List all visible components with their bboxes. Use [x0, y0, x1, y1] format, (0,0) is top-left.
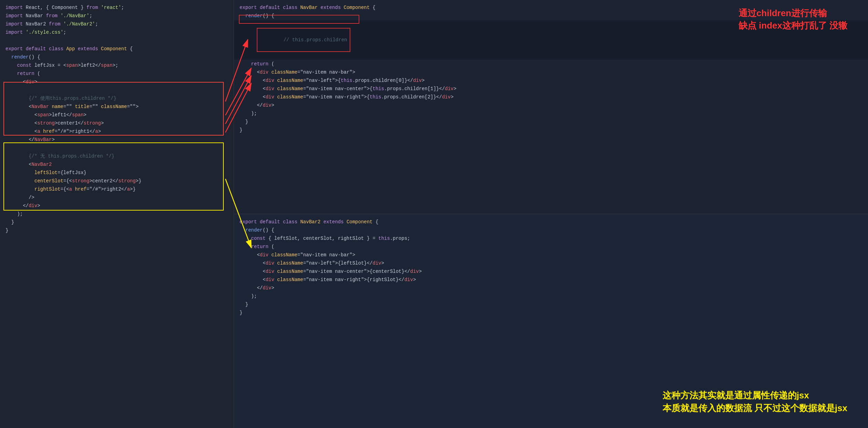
line-semicolon: }: [0, 218, 234, 226]
line-rightslot: rightSlot={<a href="/#">right2</a>}: [0, 185, 234, 193]
line-comment-no-children: {/* 无 this.props.children */}: [0, 152, 234, 160]
line-import-navbar: import NavBar from './NavBar';: [0, 12, 234, 20]
line-rb-div-close: </div>: [234, 284, 868, 292]
annotation-yellow-text: 这种方法其实就是通过属性传递的jsx 本质就是传入的数据流 只不过这个数据就是j…: [663, 389, 847, 414]
line-rb-export: export default class NavBar2 extends Com…: [234, 218, 868, 226]
line-leftslot: leftSlot={leftJsx}: [0, 169, 234, 177]
line-div-open: <div>: [0, 78, 234, 86]
line-navbar-open: <NavBar name="" title="" className="">: [0, 103, 234, 111]
line-rt-return: return (: [234, 60, 868, 68]
right-top-panel: export default class NavBar extends Comp…: [234, 0, 868, 214]
line-return: return (: [0, 69, 234, 78]
line-import-navbar2: import NavBar2 from './NavBar2';: [0, 20, 234, 28]
line-rb-div-center: <div className="nav-item nav-center">{ce…: [234, 267, 868, 276]
line-rt-div-left: <div className="nav-left">{this.props.ch…: [234, 76, 868, 85]
line-strong-center1: <strong>center1</strong>: [0, 119, 234, 127]
line-rb-render: render() {: [234, 226, 868, 234]
line-navbar-close: </NavBar>: [0, 136, 234, 144]
line-rb-div-nav: <div className="nav-item nav-bar">: [234, 251, 868, 259]
line-a-right1: <a href="/#">right1</a>: [0, 127, 234, 136]
line-rb-return: return (: [234, 243, 868, 251]
line-const-leftjsx: const leftJsx = <span>left2</span>;: [0, 61, 234, 69]
line-rt-export: export default class NavBar extends Comp…: [234, 3, 868, 12]
left-code-panel: import React, { Component } from 'react'…: [0, 0, 234, 428]
line-rt-comment: // this.props.children: [234, 20, 868, 60]
line-rt-div-right: <div className="nav-item nav-right">{thi…: [234, 93, 868, 101]
line-div-close: </div>: [0, 202, 234, 210]
line-blank1: [0, 36, 234, 45]
line-rt-render: render() {: [234, 12, 868, 20]
line-span-left1: <span>left1</span>: [0, 111, 234, 119]
line-rt-div-close: </div>: [234, 101, 868, 109]
line-render: render() {: [0, 53, 234, 61]
line-rt-brace2: }: [234, 126, 868, 134]
line-comment-children: {/* 使用this.props.children */}: [0, 94, 234, 103]
line-rt-paren: );: [234, 109, 868, 118]
line-rt-div-center: <div className="nav-item nav-center">{th…: [234, 85, 868, 93]
line-rb-div-left: <div className="nav-left">{leftSlot}</di…: [234, 259, 868, 267]
line-import-style: import './style.css';: [0, 28, 234, 36]
line-rb-div-right: <div className="nav-item nav-right">{rig…: [234, 276, 868, 284]
right-bottom-panel: export default class NavBar2 extends Com…: [234, 214, 868, 428]
line-rt-brace1: }: [234, 118, 868, 126]
line-rb-brace1: }: [234, 300, 868, 309]
line-rt-div-nav: <div className="nav-item nav-bar">: [234, 68, 868, 76]
line-export-app: export default class App extends Compone…: [0, 45, 234, 53]
line-brace-close: }: [0, 226, 234, 235]
line-rb-const: const { leftSlot, centerSlot, rightSlot …: [234, 234, 868, 243]
line-blank3: [0, 144, 234, 152]
line-navbar2-open: <NavBar2: [0, 160, 234, 169]
line-centerslot: centerSlot={<strong>center2</strong>}: [0, 177, 234, 185]
right-code-panel: export default class NavBar extends Comp…: [234, 0, 868, 428]
line-rb-brace2: }: [234, 309, 868, 317]
line-blank2: [0, 86, 234, 94]
line-rb-paren: );: [234, 292, 868, 300]
line-import-react: import React, { Component } from 'react'…: [0, 3, 234, 12]
line-paren-close: );: [0, 210, 234, 218]
line-navbar2-close: />: [0, 193, 234, 202]
